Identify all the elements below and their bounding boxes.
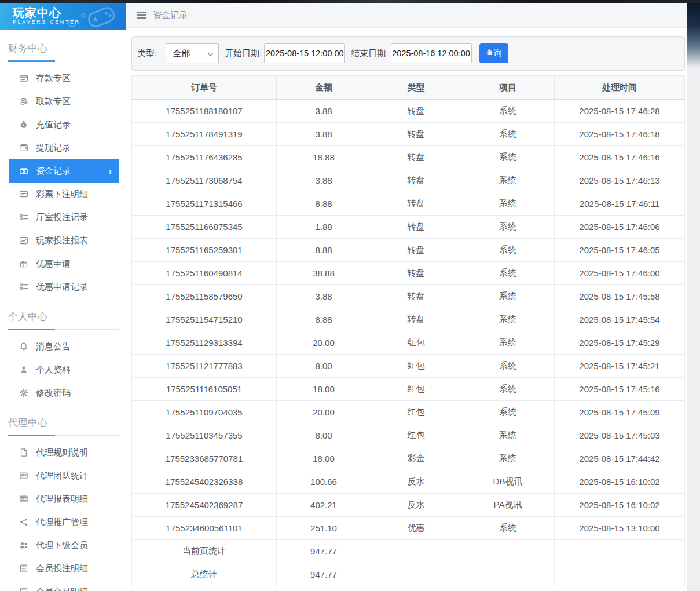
cell: 18.88 <box>277 146 371 169</box>
sidebar-section: 财务中心 存款专区 取款专区 充值记录 提现记录 资金记录 › 彩票下注明细 厅… <box>0 42 126 298</box>
type-select-value: 全部 <box>173 48 190 59</box>
sidebar-item-彩票下注明细[interactable]: 彩票下注明细 <box>9 183 119 206</box>
cell: 1755233685770781 <box>132 447 277 470</box>
cell: 8.00 <box>277 355 371 378</box>
end-date-input[interactable] <box>391 43 472 63</box>
cell: 251.10 <box>277 517 371 540</box>
sidebar-item-消息公告[interactable]: 消息公告 <box>9 335 119 358</box>
sidebar-item-label: 取款专区 <box>36 96 71 107</box>
chevron-down-icon <box>208 50 214 56</box>
gamepad-icon <box>79 3 122 30</box>
cell: 1755251158579650 <box>132 285 277 308</box>
cell: 8.00 <box>277 424 371 447</box>
cell: 1755245402369287 <box>132 494 277 517</box>
sidebar-item-代理报表明细[interactable]: 代理报表明细 <box>9 487 119 510</box>
cell: 彩金 <box>371 447 461 470</box>
cell: 反水 <box>371 470 461 494</box>
sidebar-item-label: 代理报表明细 <box>36 494 88 505</box>
sidebar-item-会员交易明细[interactable]: 会员交易明细 <box>9 580 119 591</box>
cell: 红包 <box>371 331 461 355</box>
sidebar-item-提现记录[interactable]: 提现记录 <box>9 136 119 159</box>
sidebar-item-资金记录[interactable]: 资金记录 › <box>9 159 119 183</box>
sidebar-item-代理规则说明[interactable]: 代理规则说明 <box>9 441 119 464</box>
table-row: 175525111610505118.00红包系统2025-08-15 17:4… <box>132 378 685 401</box>
table-row: 1755245402369287402.21反水PA视讯2025-08-15 1… <box>132 494 685 517</box>
table-row: 17552511784913193.88转盘系统2025-08-15 17:46… <box>132 123 685 146</box>
sidebar-item-label: 代理推广管理 <box>36 517 88 528</box>
table-row: 175525110970403520.00红包系统2025-08-15 17:4… <box>132 401 685 424</box>
start-date-label: 开始日期: <box>225 48 262 59</box>
section-divider <box>8 435 119 436</box>
sidebar-item-个人资料[interactable]: 个人资料 <box>9 358 119 381</box>
column-header: 订单号 <box>132 76 277 100</box>
cell <box>461 540 555 563</box>
sidebar-item-label: 个人资料 <box>36 364 71 375</box>
right-edge-gutter <box>687 3 700 591</box>
bubble-decoration <box>68 19 76 27</box>
cell: 20.00 <box>277 331 371 355</box>
cell: 转盘 <box>371 262 461 285</box>
cell: 系统 <box>461 285 555 308</box>
cell: 2025-08-15 17:45:29 <box>555 331 685 355</box>
summary-row: 总统计947.77 <box>132 563 685 586</box>
cell: 系统 <box>461 401 555 424</box>
cell: 947.77 <box>277 563 371 586</box>
section-divider <box>8 60 119 62</box>
sidebar-item-厅室投注记录[interactable]: 厅室投注记录 <box>9 206 119 229</box>
cell: 系统 <box>461 308 555 331</box>
withdraw-hand-icon <box>19 97 28 106</box>
sidebar-item-存款专区[interactable]: 存款专区 <box>9 67 119 90</box>
cell: 2025-08-15 17:45:21 <box>555 355 685 378</box>
cell: 转盘 <box>371 308 461 331</box>
query-button[interactable]: 查询 <box>479 43 508 63</box>
type-select[interactable]: 全部 <box>166 43 219 63</box>
news-icon <box>19 471 28 480</box>
table-row: 17552511585796503.88转盘系统2025-08-15 17:45… <box>132 285 685 308</box>
cell: 系统 <box>461 169 555 192</box>
sidebar-item-优惠申请记录[interactable]: 优惠申请记录 <box>9 275 119 298</box>
sidebar-item-代理下级会员[interactable]: 代理下级会员 <box>9 534 119 557</box>
sidebar-item-label: 代理团队统计 <box>36 470 88 481</box>
cell: 系统 <box>461 517 555 540</box>
sidebar-item-label: 提现记录 <box>36 143 71 154</box>
table-header-row: 订单号金额类型项目处理时间 <box>132 76 685 100</box>
cell: 18.00 <box>277 447 371 470</box>
cell: 1755245402326338 <box>132 470 277 494</box>
sidebar-item-label: 彩票下注明细 <box>36 189 88 200</box>
cell: 2025-08-15 17:46:11 <box>555 192 685 216</box>
cell: 转盘 <box>371 285 461 308</box>
sidebar-section: 代理中心 代理规则说明 代理团队统计 代理报表明细 代理推广管理 代理下级会员 … <box>0 416 126 591</box>
start-date-input[interactable] <box>264 43 345 63</box>
sidebar-item-玩家投注报表[interactable]: 玩家投注报表 <box>9 229 119 252</box>
sidebar-item-取款专区[interactable]: 取款专区 <box>9 90 119 113</box>
cell: 1755251165259301 <box>132 239 277 262</box>
sidebar-item-label: 优惠申请记录 <box>36 282 88 293</box>
share-icon <box>19 517 28 527</box>
cell: 系统 <box>461 123 555 146</box>
column-header: 项目 <box>461 76 555 100</box>
cell <box>555 540 685 563</box>
sidebar-item-优惠申请[interactable]: 优惠申请 <box>9 252 119 275</box>
cell: 947.77 <box>277 540 371 563</box>
sidebar-item-label: 资金记录 <box>36 166 71 177</box>
cell: 8.88 <box>277 192 371 216</box>
cell: 1755251188180107 <box>132 100 277 123</box>
sidebar-item-充值记录[interactable]: 充值记录 <box>9 113 119 136</box>
sidebar-item-代理团队统计[interactable]: 代理团队统计 <box>9 464 119 487</box>
sidebar-item-label: 玩家投注报表 <box>36 235 88 246</box>
table-row: 17552511034573558.00红包系统2025-08-15 17:45… <box>132 424 685 447</box>
cell: 2025-08-15 17:46:28 <box>555 100 685 123</box>
cell: 2025-08-15 17:46:18 <box>555 123 685 146</box>
sidebar-item-修改密码[interactable]: 修改密码 <box>9 381 119 404</box>
list-icon <box>19 213 28 222</box>
sidebar-item-会员投注明细[interactable]: 会员投注明细 <box>9 557 119 580</box>
sidebar-item-代理推广管理[interactable]: 代理推广管理 <box>9 510 119 534</box>
news-icon <box>19 494 28 504</box>
hamburger-menu-icon[interactable] <box>137 12 146 19</box>
cell: 红包 <box>371 401 461 424</box>
gift-icon <box>19 259 28 268</box>
browser-top-edge <box>0 0 700 3</box>
cell: 1755251171315466 <box>132 192 277 216</box>
table-row: 175523368577078118.00彩金系统2025-08-15 17:4… <box>132 447 685 470</box>
cell: 2025-08-15 17:45:09 <box>555 401 685 424</box>
